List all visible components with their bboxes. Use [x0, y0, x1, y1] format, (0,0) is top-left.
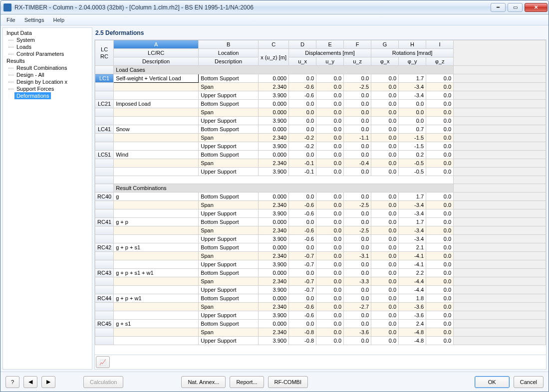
results-grid[interactable]: LCRCABCDEFGHILC/RCLocationx (u_z) [m]Dis…	[94, 39, 547, 370]
help-button[interactable]: ?	[5, 376, 19, 388]
table-row[interactable]: RC43g + p + s1 + w1Bottom Support0.0000.…	[95, 269, 546, 277]
menu-help[interactable]: Help	[49, 16, 68, 24]
nav-tree[interactable]: Input Data System Loads Control Paramete…	[2, 27, 92, 370]
tree-node-control-parameters[interactable]: Control Parameters	[4, 50, 90, 57]
tree-node-design-all[interactable]: Design - All	[4, 71, 90, 78]
tree-node-system[interactable]: System	[4, 36, 90, 43]
table-row[interactable]: RC44g + p + w1Bottom Support0.0000.00.00…	[95, 294, 546, 303]
table-row[interactable]: Span0.0000.00.00.00.00.00.0	[95, 108, 546, 117]
table-row[interactable]: Upper Support3.900-0.10.00.00.0-0.50.0	[95, 168, 546, 176]
table-row[interactable]: Span2.340-0.80.0-3.60.0-4.80.0	[95, 328, 546, 337]
tree-node-design-by-location-x[interactable]: Design by Location x	[4, 78, 90, 85]
table-row[interactable]: RC40gBottom Support0.0000.00.00.00.01.70…	[95, 193, 546, 201]
graph-button[interactable]: 📈	[96, 356, 110, 368]
next-button[interactable]: ▶	[41, 376, 55, 388]
window-title: RX-TIMBER - Column - 2.04.0003 (32bit) -…	[14, 4, 490, 11]
table-row[interactable]: Span2.340-0.10.0-0.40.0-0.50.0	[95, 159, 546, 168]
rf-combi-button[interactable]: RF-COMBI	[268, 376, 308, 388]
menu-file[interactable]: File	[2, 16, 19, 24]
prev-button[interactable]: ◀	[23, 376, 37, 388]
table-row[interactable]: Upper Support3.900-0.20.00.00.0-1.50.0	[95, 142, 546, 151]
table-row[interactable]: LC1Self-weight + Vertical LoadBottom Sup…	[95, 74, 546, 83]
tree-node-deformations[interactable]: Deformations	[14, 92, 51, 99]
table-row[interactable]: Upper Support3.900-0.80.00.00.0-4.80.0	[95, 337, 546, 345]
table-row[interactable]: Span2.340-0.70.0-3.30.0-4.40.0	[95, 277, 546, 286]
tree-node-input-data[interactable]: Input Data	[4, 29, 90, 36]
cancel-button[interactable]: Cancel	[514, 376, 544, 388]
menu-settings[interactable]: Settings	[20, 16, 48, 24]
table-row[interactable]: Upper Support3.9000.00.00.00.00.00.0	[95, 117, 546, 125]
tree-node-loads[interactable]: Loads	[4, 43, 90, 50]
table-row[interactable]: Upper Support3.900-0.60.00.00.0-3.40.0	[95, 91, 546, 100]
table-row[interactable]: Span2.340-0.70.0-3.10.0-4.10.0	[95, 252, 546, 260]
titlebar: RX-TIMBER - Column - 2.04.0003 (32bit) -…	[0, 0, 549, 14]
table-row[interactable]: Span2.340-0.60.0-2.50.0-3.40.0	[95, 201, 546, 209]
table-row[interactable]: Upper Support3.900-0.70.00.00.0-4.10.0	[95, 260, 546, 269]
table-row[interactable]: LC41SnowBottom Support0.0000.00.00.00.00…	[95, 125, 546, 134]
app-icon	[3, 3, 11, 11]
maximize-button[interactable]	[508, 3, 523, 12]
menubar: File Settings Help	[0, 14, 549, 25]
table-row[interactable]: Upper Support3.900-0.60.00.00.0-3.40.0	[95, 235, 546, 243]
app-window: RX-TIMBER - Column - 2.04.0003 (32bit) -…	[0, 0, 549, 392]
table-row[interactable]: RC45g + s1Bottom Support0.0000.00.00.00.…	[95, 320, 546, 328]
report-button[interactable]: Report...	[230, 376, 264, 388]
tree-node-support-forces[interactable]: Support Forces	[4, 85, 90, 92]
table-row[interactable]: Span2.340-0.20.0-1.10.0-1.50.0	[95, 134, 546, 142]
table-row[interactable]: Upper Support3.900-0.70.00.00.0-4.40.0	[95, 286, 546, 294]
table-row[interactable]: Span2.340-0.60.0-2.70.0-3.60.0	[95, 303, 546, 311]
table-row[interactable]: LC51WindBottom Support0.0000.00.00.00.00…	[95, 151, 546, 159]
minimize-button[interactable]	[491, 3, 506, 12]
panel-title: 2.5 Deformations	[94, 27, 547, 39]
table-row[interactable]: RC41g + pBottom Support0.0000.00.00.00.0…	[95, 218, 546, 226]
tree-node-results[interactable]: Results	[4, 57, 90, 64]
table-row[interactable]: Span2.340-0.60.0-2.50.0-3.40.0	[95, 226, 546, 235]
table-row[interactable]: LC21Imposed LoadBottom Support0.0000.00.…	[95, 100, 546, 108]
footbar: ? ◀ ▶ Calculation Nat. Annex... Report..…	[0, 372, 549, 392]
table-row[interactable]: RC42g + p + s1Bottom Support0.0000.00.00…	[95, 243, 546, 252]
ok-button[interactable]: OK	[475, 376, 510, 388]
close-button[interactable]	[525, 3, 548, 12]
calculation-button[interactable]: Calculation	[83, 376, 123, 388]
table-row[interactable]: Upper Support3.900-0.60.00.00.0-3.40.0	[95, 209, 546, 218]
table-row[interactable]: Upper Support3.900-0.60.00.00.0-3.60.0	[95, 311, 546, 320]
nat-annex-button[interactable]: Nat. Annex...	[181, 376, 226, 388]
tree-node-result-combinations[interactable]: Result Combinations	[4, 64, 90, 71]
table-row[interactable]: Span2.340-0.60.0-2.50.0-3.40.0	[95, 83, 546, 91]
